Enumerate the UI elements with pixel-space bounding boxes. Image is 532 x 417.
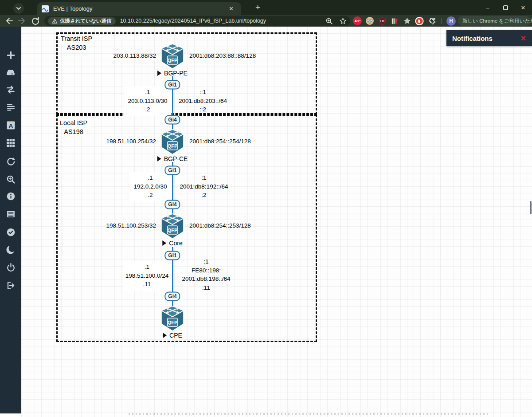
play-icon [157, 71, 161, 76]
svg-text:A: A [8, 122, 13, 129]
router-core[interactable]: QFP [158, 213, 187, 240]
notifications-title: Notifications [452, 35, 493, 42]
ipv4-label-bgp-ce: 198.51.100.254/32 [66, 138, 156, 145]
link3-right-labels: :1FE80::198:2001:db8:198::/64:11 [177, 256, 235, 294]
chrome-update-text: 新しい Chrome をご利用いただけます [462, 18, 532, 24]
security-chip-text: 保護されていない通信 [60, 18, 112, 24]
browser-toolbar: 保護されていない通信 10.10.20.225/legacy/20240514_… [0, 15, 532, 27]
iface-badge-gi4[interactable]: Gi4 [164, 200, 180, 209]
zone-transit-name: Transit ISP [59, 34, 94, 43]
window-maximize-button[interactable] [497, 0, 514, 15]
eve-favicon [42, 5, 49, 12]
bookmark-star-icon[interactable] [339, 17, 347, 25]
table-list-icon [6, 209, 16, 219]
ld-shield-extension-icon[interactable]: LD [378, 16, 387, 25]
sidebar-configured-nodes-button[interactable] [0, 206, 21, 221]
sidebar-networks-button[interactable] [0, 82, 21, 97]
sidebar-shutdown-button[interactable] [0, 260, 21, 275]
sidebar-dark-mode-button[interactable] [0, 242, 21, 257]
router-bgp-ce[interactable]: QFP [158, 129, 187, 155]
scrollbar-thumb[interactable] [530, 201, 532, 214]
zone-transit-label[interactable]: Transit ISP AS203 [59, 34, 94, 52]
face-extension-icon[interactable] [365, 16, 374, 25]
notifications-panel: Notifications ✕ [446, 30, 532, 46]
sidebar-lab-tasks-button[interactable] [0, 224, 21, 240]
security-chip[interactable]: 保護されていない通信 [48, 17, 116, 25]
power-icon [6, 263, 16, 272]
cutoff-footer-text [129, 413, 490, 415]
sidebar-startup-configs-button[interactable] [0, 99, 21, 114]
extensions-puzzle-icon[interactable] [427, 16, 436, 25]
iface-badge-gi4[interactable]: Gi4 [164, 115, 180, 125]
chevron-down-icon [16, 6, 21, 11]
star-extension-icon[interactable] [403, 16, 411, 25]
notifications-close-button[interactable]: ✕ [520, 34, 526, 43]
sidebar-add-object-button[interactable] [0, 47, 21, 63]
new-tab-button[interactable]: + [255, 4, 260, 12]
sidebar-objects-grid-button[interactable] [0, 135, 21, 150]
play-icon [163, 333, 167, 338]
tab-title: EVE | Topology [53, 5, 92, 12]
back-icon[interactable] [4, 16, 13, 25]
sidebar-refresh-button[interactable] [0, 154, 21, 169]
url-text[interactable]: 10.10.20.225/legacy/20240514_IPv6_ISP_La… [120, 18, 266, 24]
node-label-cpe[interactable]: CPE [163, 332, 182, 339]
sidebar-status-button[interactable] [0, 189, 21, 204]
profile-avatar[interactable]: H [446, 16, 456, 26]
logout-icon [6, 281, 16, 290]
record-hand-extension-icon[interactable] [415, 16, 424, 25]
adblock-plus-extension-icon[interactable]: ABP [353, 16, 362, 25]
ipv6-label-bgp-ce: 2001:db8:254::254/128 [189, 138, 251, 145]
zone-local-name: Local ISP [58, 118, 90, 127]
zone-local-as: AS198 [62, 127, 86, 136]
qfp-chip-label: QFP [168, 320, 178, 325]
node-drive-icon [6, 67, 16, 77]
router-cpe[interactable]: QFP [158, 305, 187, 332]
router-bgp-pe[interactable]: QFP [158, 43, 187, 70]
moon-icon [6, 245, 16, 255]
qfp-chip-label: QFP [168, 58, 178, 63]
iface-badge-gi1[interactable]: Gi1 [164, 251, 180, 260]
address-bar[interactable]: 保護されていない通信 10.10.20.225/legacy/20240514_… [44, 16, 350, 26]
refresh-icon [6, 157, 16, 166]
play-icon [162, 240, 166, 246]
window-close-button[interactable]: ✕ [514, 0, 532, 15]
link1-right-labels: ::12001:db8:203::/64::2 [177, 86, 228, 116]
play-icon [157, 156, 161, 161]
sidebar-add-text-button[interactable]: A [0, 118, 21, 133]
sidebar-logout-button[interactable] [0, 278, 21, 293]
sidebar-nodes-button[interactable] [0, 65, 21, 80]
zoom-in-icon[interactable] [325, 17, 333, 25]
node-label-core[interactable]: Core [162, 240, 182, 247]
eve-sidebar: A [0, 27, 21, 413]
node-label-bgp-pe[interactable]: BGP-PE [157, 70, 188, 77]
tab-close-button[interactable]: ✕ [227, 5, 235, 12]
svg-text:LD: LD [380, 19, 384, 22]
browser-tab-strip: EVE | Topology ✕ + – ✕ [0, 0, 532, 15]
qfp-chip-label: QFP [168, 228, 178, 233]
ipv4-label-bgp-pe: 203.0.113.88/32 [66, 52, 156, 59]
browser-tab[interactable]: EVE | Topology ✕ [37, 2, 241, 15]
iface-badge-gi1[interactable]: Gi1 [164, 80, 180, 90]
node-name-text: BGP-CE [164, 155, 188, 162]
ipv6-label-bgp-pe: 2001:db8:203:88::88/128 [189, 52, 256, 59]
info-icon [6, 192, 16, 201]
books-extension-icon[interactable] [390, 16, 399, 25]
ipv6-label-core: 2001:db8:254::253/128 [189, 222, 251, 229]
node-name-text: CPE [169, 332, 182, 339]
iface-badge-gi1[interactable]: Gi1 [164, 166, 180, 175]
node-label-bgp-ce[interactable]: BGP-CE [157, 155, 188, 162]
chrome-update-button[interactable]: 新しい Chrome をご利用いただけます ••• [458, 16, 531, 26]
iface-badge-gi4[interactable]: Gi4 [164, 292, 180, 301]
forward-icon[interactable] [18, 16, 27, 25]
warning-icon [52, 18, 58, 24]
window-minimize-button[interactable]: – [479, 0, 497, 15]
grid-icon [6, 138, 15, 147]
link2-right-labels: :12001:db8:192::/64:2 [177, 172, 231, 201]
topology-canvas[interactable]: Notifications ✕ Transit ISP AS203 Local … [21, 27, 532, 417]
network-arrows-icon [6, 85, 16, 94]
tab-search-button[interactable] [13, 3, 24, 14]
reload-icon[interactable] [31, 16, 40, 25]
sidebar-zoom-button[interactable] [0, 172, 21, 187]
zone-local-label[interactable]: Local ISP AS198 [58, 118, 90, 136]
